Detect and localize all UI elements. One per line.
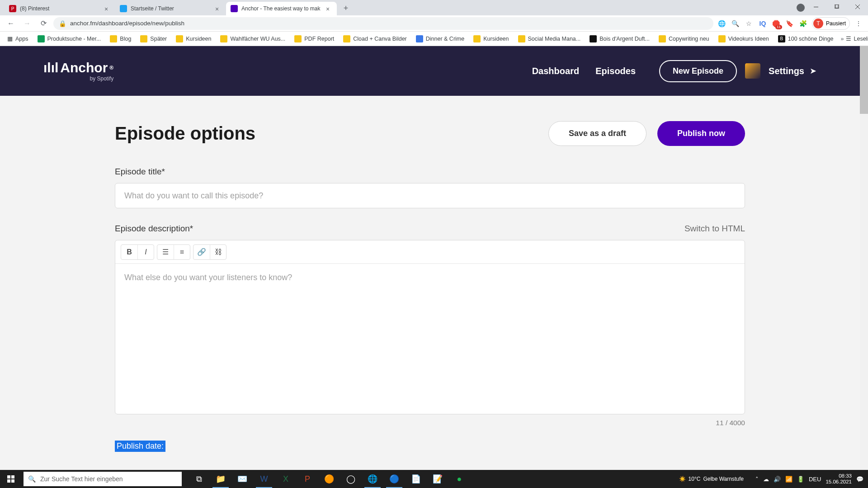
tab-title: (8) Pinterest (20, 5, 101, 12)
extensions-menu-icon[interactable]: 🧩 (798, 19, 808, 28)
svg-rect-6 (11, 475, 14, 479)
reading-list-button[interactable]: ☰ Leseliste (846, 35, 868, 42)
bookmark-item[interactable]: B100 schöne Dinge (774, 33, 837, 44)
taskbar-clock[interactable]: 08:33 15.06.2021 (826, 473, 852, 485)
anchor-logo[interactable]: ılılAnchor® by Spotify (43, 60, 113, 82)
address-bar[interactable]: 🔒 anchor.fm/dashboard/episode/new/publis… (53, 17, 713, 30)
publish-now-button[interactable]: Publish now (657, 121, 745, 146)
apps-button[interactable]: ▦Apps (4, 33, 32, 44)
maximize-button[interactable] (826, 0, 847, 14)
close-window-button[interactable] (847, 0, 868, 14)
forward-button[interactable]: → (21, 17, 33, 30)
chrome-icon[interactable]: 🌐 (362, 470, 383, 488)
svg-rect-5 (7, 475, 10, 479)
reload-button[interactable]: ⟳ (37, 17, 50, 30)
new-tab-button[interactable]: + (340, 2, 352, 14)
taskbar-search[interactable]: 🔍 Zur Suche Text hier eingeben (24, 472, 182, 486)
browser-titlebar: P (8) Pinterest × Startseite / Twitter ×… (0, 0, 868, 15)
nav-episodes[interactable]: Episodes (595, 66, 636, 76)
apps-icon: ▦ (7, 35, 13, 42)
bookmark-item[interactable]: Social Media Mana... (514, 33, 585, 44)
notifications-icon[interactable]: 💬 (856, 476, 863, 483)
app-icon[interactable]: 📄 (405, 470, 427, 488)
numbered-list-button[interactable]: ≡ (174, 245, 190, 259)
folder-icon (110, 35, 117, 42)
bookmark-item[interactable]: Produktsuche - Mer... (34, 33, 105, 44)
bookmark-item[interactable]: Kursideen (172, 33, 215, 44)
app-icon[interactable]: 🟠 (318, 470, 340, 488)
zoom-icon[interactable]: 🔍 (731, 19, 741, 28)
extension-icon[interactable]: 🔖 (785, 19, 795, 28)
obs-icon[interactable]: ◯ (340, 470, 362, 488)
nav-dashboard[interactable]: Dashboard (532, 66, 579, 76)
bookmark-item[interactable]: Später (137, 33, 170, 44)
minimize-button[interactable] (806, 0, 826, 14)
weather-widget[interactable]: ☀️ 10°C Gelbe Warnstufe (679, 476, 744, 482)
chevron-up-icon[interactable]: ˄ (755, 476, 759, 483)
volume-icon[interactable]: 🔊 (774, 476, 781, 483)
browser-tab[interactable]: Startseite / Twitter × (115, 2, 226, 15)
svg-rect-2 (835, 5, 839, 8)
close-icon[interactable]: × (215, 5, 222, 12)
bookmark-item[interactable]: PDF Report (291, 33, 338, 44)
battery-icon[interactable]: 🔋 (797, 476, 804, 483)
link-button[interactable]: 🔗 (193, 245, 210, 259)
spotify-icon[interactable]: ● (448, 470, 470, 488)
svg-rect-8 (11, 479, 14, 483)
start-button[interactable] (0, 470, 22, 488)
language-indicator[interactable]: DEU (809, 476, 821, 483)
wifi-icon[interactable]: 📶 (785, 476, 793, 483)
lock-icon: 🔒 (59, 20, 66, 27)
excel-icon[interactable]: X (275, 470, 297, 488)
mail-icon[interactable]: ✉️ (231, 470, 253, 488)
back-button[interactable]: ← (5, 17, 17, 30)
folder-icon (659, 35, 666, 42)
cursor-icon: ➤ (810, 66, 816, 76)
switch-to-html-link[interactable]: Switch to HTML (684, 224, 745, 234)
edge-icon[interactable]: 🔵 (383, 470, 405, 488)
bullet-list-button[interactable]: ☰ (157, 245, 174, 259)
bookmark-item[interactable]: Cload + Canva Bilder (340, 33, 410, 44)
powerpoint-icon[interactable]: P (297, 470, 318, 488)
bookmark-item[interactable]: Videokurs Ideen (715, 33, 773, 44)
unlink-button[interactable]: ⛓ (210, 245, 226, 259)
kebab-menu-icon[interactable]: ⋮ (854, 19, 863, 28)
bold-button[interactable]: B (121, 245, 137, 259)
file-explorer-icon[interactable]: 📁 (210, 470, 231, 488)
folder-icon (140, 35, 147, 42)
adblock-icon[interactable]: 🛑11 (771, 19, 781, 28)
close-icon[interactable]: × (326, 5, 332, 12)
onedrive-icon[interactable]: ☁ (763, 476, 769, 483)
bookmarks-overflow[interactable]: » (841, 36, 844, 42)
browser-tab-active[interactable]: Anchor - The easiest way to mak × (226, 2, 337, 15)
save-draft-button[interactable]: Save as a draft (548, 121, 646, 146)
scrollbar[interactable] (860, 46, 868, 470)
profile-chip[interactable]: T Pausiert (812, 17, 850, 30)
extension-icon[interactable]: IQ (758, 19, 768, 28)
bookmark-item[interactable]: Blog (106, 33, 135, 44)
browser-tab[interactable]: P (8) Pinterest × (5, 2, 115, 15)
task-view-icon[interactable]: ⧉ (188, 470, 210, 488)
bookmark-item[interactable]: Bois d'Argent Duft... (586, 33, 653, 44)
new-episode-button[interactable]: New Episode (659, 60, 737, 82)
bookmark-item[interactable]: Kursideen (470, 33, 512, 44)
close-icon[interactable]: × (104, 5, 111, 12)
site-icon (590, 35, 597, 42)
description-textarea[interactable]: What else do you want your listeners to … (115, 264, 745, 414)
translate-icon[interactable]: 🌐 (717, 19, 727, 28)
settings-link[interactable]: Settings (769, 66, 804, 76)
word-icon[interactable]: W (253, 470, 275, 488)
bookmark-item[interactable]: Dinner & Crime (412, 33, 468, 44)
reading-list-icon: ☰ (846, 35, 851, 42)
site-icon: B (778, 35, 785, 42)
italic-button[interactable]: I (137, 245, 154, 259)
notepad-icon[interactable]: 📝 (427, 470, 448, 488)
scrollbar-thumb[interactable] (860, 46, 868, 114)
user-avatar[interactable] (745, 63, 760, 79)
chrome-user-icon[interactable] (797, 4, 805, 12)
bookmark-item[interactable]: Copywriting neu (655, 33, 713, 44)
episode-title-input[interactable] (115, 183, 745, 208)
tab-title: Startseite / Twitter (131, 5, 212, 12)
bookmark-item[interactable]: Wahlfächer WU Aus... (217, 33, 289, 44)
star-icon[interactable]: ☆ (744, 19, 754, 28)
